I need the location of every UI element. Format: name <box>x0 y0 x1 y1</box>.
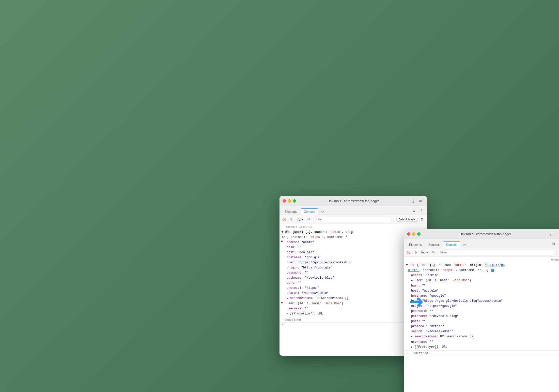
eye-icon-right[interactable]: 👁 <box>430 249 437 255</box>
default-levels-btn-left[interactable]: Default levels <box>396 217 418 222</box>
undefined-text-left: undefined <box>284 318 301 322</box>
hostname-line-right: hostname: "goo.gle" <box>404 293 559 298</box>
console-settings-icon-left[interactable]: ⚙ <box>419 216 425 223</box>
title-bar-right: DevTools - chrome://new-tab-page/ ⬚ ⊞ <box>404 229 559 239</box>
url-object-line-right: ▼ URL {user: {…}, access: 'admin', origi… <box>404 263 559 268</box>
left-arrow-icon-left: ← <box>282 318 283 322</box>
origin-line-right: origin: "https://goo.gle" <box>404 304 559 309</box>
console-toolbar-right: 🚫 ⊘ top ▾ 👁 ⚙ <box>404 248 559 257</box>
vm-ref-line-right: VM4817:1 <box>404 258 559 263</box>
close-button-right[interactable] <box>407 232 410 236</box>
tab-more-left[interactable]: >> <box>319 208 326 215</box>
left-arrow-icon-right: ← <box>406 352 408 355</box>
between-arrow: ➜ <box>409 293 424 310</box>
inspect-icon[interactable]: ⬚ <box>409 198 416 205</box>
access-line-right: access: "admin" <box>404 273 559 278</box>
maximize-button-right[interactable] <box>417 232 421 236</box>
console-content-right: VM4817:1 ▼ URL {user: {…}, access: 'admi… <box>404 257 559 392</box>
url-object-line2-right: o.gle', protocol: 'https:', username: ''… <box>404 268 559 273</box>
tab-console-left[interactable]: Console <box>301 208 318 215</box>
tab-sources-right[interactable]: Sources <box>425 242 443 248</box>
window-title-left: DevTools - chrome://new-tab-page/ <box>328 199 379 203</box>
filter-input-right[interactable] <box>438 250 554 255</box>
pathname-line-right: pathname: "/devtools-blog" <box>404 314 559 319</box>
traffic-lights-right <box>407 232 421 236</box>
maximize-button-left[interactable] <box>293 199 296 203</box>
username-line-right: username: "" <box>404 339 559 344</box>
tab-console-right[interactable]: Console <box>443 242 460 248</box>
settings-icon-right[interactable]: ⚙ <box>550 240 557 247</box>
no-icon-left[interactable]: ⊘ <box>288 216 294 222</box>
close-button-left[interactable] <box>283 199 286 203</box>
hash-line-right: hash: "" <box>404 283 559 288</box>
console-prev-line: console.log(url) <box>280 224 427 230</box>
filter-input-left[interactable] <box>313 217 392 222</box>
user-line-right: ▶ user: {id: 1, name: 'Jane Doe'} <box>404 278 559 283</box>
menu-icon-left[interactable]: ⋮ <box>418 207 425 214</box>
dropdown-arrow-left: ▾ <box>302 218 303 221</box>
console-toolbar-left: 🚫 ⊘ top ▾ 👁 Default levels ⚙ <box>280 215 427 223</box>
prompt-symbol-left: › <box>282 323 283 327</box>
tab-more-right[interactable]: >> <box>461 242 469 248</box>
searchparams-line-right: ▶ searchParams: URLSearchParams {} <box>404 334 559 339</box>
href-line-right: href: "https://goo.gle/devtools-blog?acc… <box>404 298 559 304</box>
devtools-window-right: DevTools - chrome://new-tab-page/ ⬚ ⊞ El… <box>404 229 559 392</box>
context-dropdown-left[interactable]: top ▾ <box>295 217 305 222</box>
tab-bar-left: Elements Console >> ⚙ ⋮ <box>280 206 427 215</box>
tab-bar-right: Elements Sources Console >> ⚙ ⋮ <box>404 239 559 248</box>
top-label-right: top <box>421 251 426 254</box>
eye-icon-left[interactable]: 👁 <box>306 216 312 222</box>
prev-line-text: console.log(url) <box>286 225 313 229</box>
divider-right <box>404 350 559 351</box>
password-line-right: password: "" <box>404 309 559 314</box>
protocol-line-right: protocol: "https:" <box>404 324 559 329</box>
undefined-text-right: ← undefined <box>408 352 428 355</box>
prompt-right[interactable]: › <box>404 356 559 360</box>
url-keyword-left: URL {user: {…}, access: <box>285 230 329 234</box>
info-icon-right[interactable]: i <box>491 269 494 272</box>
clear-console-icon-right[interactable]: 🚫 <box>406 249 412 255</box>
menu-icon-right[interactable]: ⋮ <box>558 240 559 247</box>
prototype-line-right: ▶ [[Prototype]]: URL <box>404 344 559 350</box>
separator-right <box>556 250 556 255</box>
settings-icon-left[interactable]: ⚙ <box>411 207 417 214</box>
device-icon-right[interactable]: ⊞ <box>556 231 559 238</box>
vm-ref-text: VM4817:1 <box>551 258 559 262</box>
port-line-right: port: "" <box>404 319 559 324</box>
top-label-left: top <box>297 218 301 221</box>
host-line-right: host: "goo.gle" <box>404 288 559 293</box>
undefined-line-right: ← ← undefined <box>404 351 559 356</box>
tab-elements-left[interactable]: Elements <box>282 208 300 215</box>
context-dropdown-right[interactable]: top ▾ <box>420 250 429 255</box>
title-bar-left: DevTools - chrome://new-tab-page/ ⬚ ⊞ <box>280 196 427 206</box>
minimize-button-left[interactable] <box>288 199 291 203</box>
dropdown-arrow-right: ▾ <box>426 251 428 254</box>
no-icon-right[interactable]: ⊘ <box>413 249 419 255</box>
clear-console-icon-left[interactable]: 🚫 <box>281 216 287 222</box>
inspect-icon-right[interactable]: ⬚ <box>548 231 555 238</box>
tab-elements-right[interactable]: Elements <box>406 242 425 248</box>
search-line-right: search: "?access=admin" <box>404 329 559 334</box>
traffic-lights-left <box>283 199 296 203</box>
device-icon[interactable]: ⊞ <box>417 198 424 205</box>
window-title-right: DevTools - chrome://new-tab-page/ <box>460 232 511 236</box>
separator-left <box>394 217 394 222</box>
prompt-symbol-right: › <box>406 356 408 360</box>
minimize-button-right[interactable] <box>412 232 415 236</box>
